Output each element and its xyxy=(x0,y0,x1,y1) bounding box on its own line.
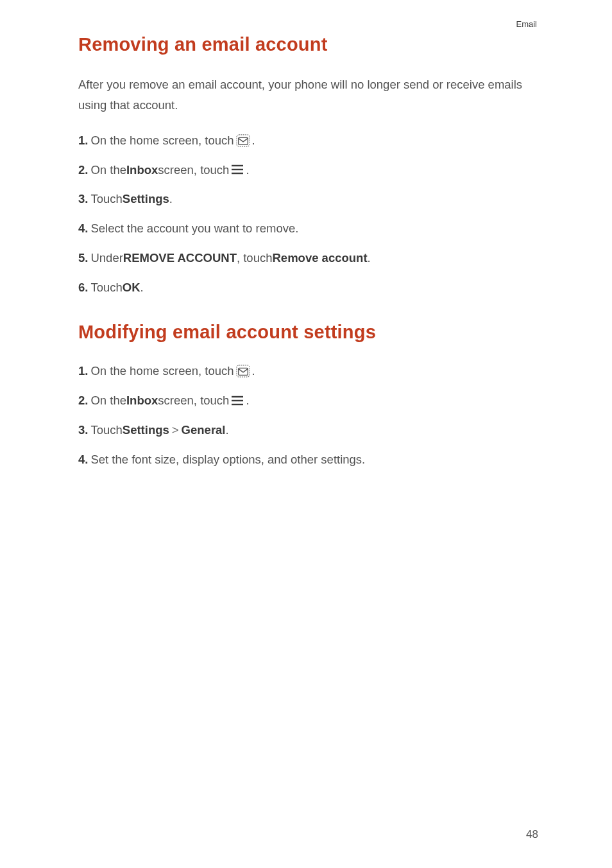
step-number: 1. xyxy=(78,132,88,150)
step-item: 1. On the home screen, touch . xyxy=(78,362,538,380)
header-category: Email xyxy=(78,19,538,29)
step-bold: Inbox xyxy=(126,161,158,179)
page-number: 48 xyxy=(526,828,538,841)
step-item: 3. Touch Settings . xyxy=(78,190,538,208)
section1-title: Removing an email account xyxy=(78,34,538,55)
step-text-post: . xyxy=(252,362,255,380)
breadcrumb-separator: > xyxy=(172,421,179,439)
step-item: 4. Select the account you want to remove… xyxy=(78,220,538,238)
step-text-mid: screen, touch xyxy=(158,161,229,179)
step-item: 5. Under REMOVE ACCOUNT , touch Remove a… xyxy=(78,249,538,267)
step-text: On the xyxy=(90,161,126,179)
step-item: 6. Touch OK . xyxy=(78,279,538,297)
step-bold: Remove account xyxy=(273,249,368,267)
menu-icon xyxy=(231,164,244,175)
step-text: Under xyxy=(90,249,123,267)
step-item: 1. On the home screen, touch . xyxy=(78,132,538,150)
menu-icon xyxy=(231,395,244,406)
email-icon xyxy=(236,134,250,148)
step-text: Touch xyxy=(90,190,122,208)
section1-intro: After you remove an email account, your … xyxy=(78,74,538,116)
step-number: 5. xyxy=(78,249,88,267)
step-text-post: . xyxy=(140,279,144,297)
step-item: 2. On the Inbox screen, touch . xyxy=(78,161,538,179)
step-item: 2. On the Inbox screen, touch . xyxy=(78,392,538,410)
section1-steps: 1. On the home screen, touch . 2. On the… xyxy=(78,132,538,297)
step-text: Touch xyxy=(90,279,122,297)
step-number: 2. xyxy=(78,161,88,179)
step-number: 4. xyxy=(78,220,88,238)
step-bold: General xyxy=(182,421,226,439)
email-icon xyxy=(236,364,250,378)
step-text: On the home screen, touch xyxy=(90,132,234,150)
step-text: On the xyxy=(90,392,126,410)
step-bold: OK xyxy=(123,279,140,297)
step-item: 4. Set the font size, display options, a… xyxy=(78,451,538,469)
step-text-post: . xyxy=(246,392,249,410)
section2-title: Modifying email account settings xyxy=(78,322,538,343)
step-text-post: . xyxy=(252,132,255,150)
section2-steps: 1. On the home screen, touch . 2. On the… xyxy=(78,362,538,468)
step-item: 3. Touch Settings > General . xyxy=(78,421,538,439)
step-text: Touch xyxy=(90,421,122,439)
step-text: On the home screen, touch xyxy=(90,362,234,380)
step-bold: REMOVE ACCOUNT xyxy=(123,249,237,267)
step-number: 4. xyxy=(78,451,88,469)
step-text-mid: , touch xyxy=(237,249,273,267)
step-number: 6. xyxy=(78,279,88,297)
step-text-post: . xyxy=(246,161,249,179)
step-number: 3. xyxy=(78,190,88,208)
svg-rect-6 xyxy=(238,369,248,376)
step-bold: Inbox xyxy=(126,392,158,410)
step-number: 3. xyxy=(78,421,88,439)
step-number: 1. xyxy=(78,362,88,380)
step-bold: Settings xyxy=(123,190,169,208)
step-text-post: . xyxy=(169,190,173,208)
step-text-post: . xyxy=(226,421,229,439)
svg-rect-1 xyxy=(238,137,248,144)
step-text: Select the account you want to remove. xyxy=(90,220,298,238)
step-number: 2. xyxy=(78,392,88,410)
step-text: Set the font size, display options, and … xyxy=(90,451,365,469)
step-text-mid: screen, touch xyxy=(158,392,229,410)
step-text-post: . xyxy=(368,249,371,267)
step-bold: Settings xyxy=(123,421,169,439)
